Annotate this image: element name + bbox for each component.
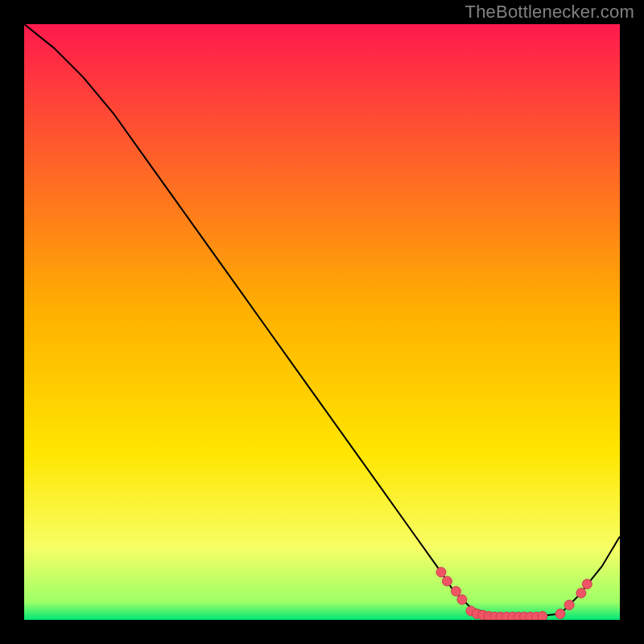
data-marker <box>452 587 461 597</box>
data-marker <box>457 595 467 605</box>
data-marker <box>442 576 452 586</box>
data-marker <box>555 609 565 619</box>
data-marker <box>538 612 547 620</box>
watermark-text: TheBottlenecker.com <box>465 2 634 23</box>
data-marker <box>564 601 574 610</box>
data-marker <box>436 568 446 577</box>
data-marker <box>582 580 592 589</box>
data-marker <box>576 588 586 598</box>
chart-container: TheBottlenecker.com <box>0 0 644 644</box>
plot-area <box>24 24 620 620</box>
chart-svg <box>24 24 620 620</box>
